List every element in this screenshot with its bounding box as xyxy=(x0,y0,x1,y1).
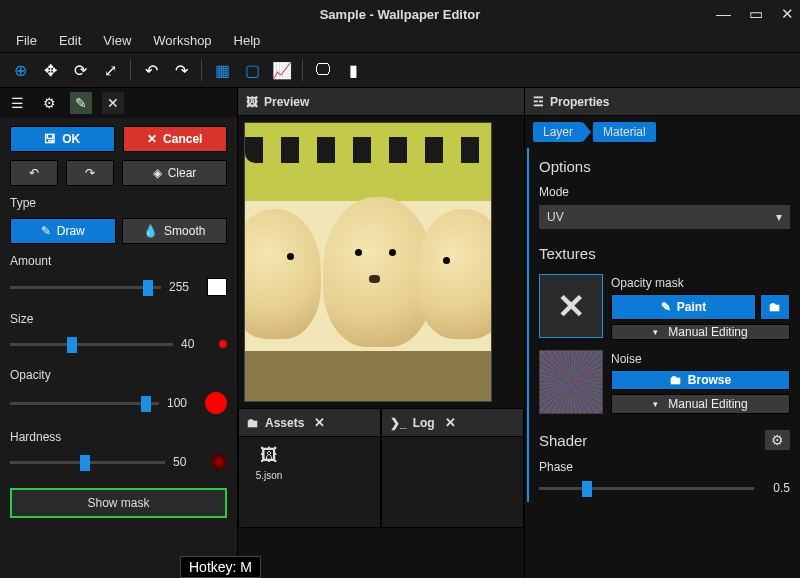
close-icon: ✕ xyxy=(147,132,157,146)
caret-down-icon: ▾ xyxy=(653,399,658,409)
maximize-button[interactable]: ▭ xyxy=(749,5,763,23)
type-label: Type xyxy=(10,196,227,210)
amount-value: 255 xyxy=(169,280,199,294)
opacity-preview-dot xyxy=(205,392,227,414)
browse-button[interactable]: 🖿Browse xyxy=(611,370,790,390)
opacity-slider[interactable] xyxy=(10,395,159,411)
hardness-label: Hardness xyxy=(10,430,227,444)
menubar: File Edit View Workshop Help xyxy=(0,28,800,52)
undo-icon[interactable]: ↶ xyxy=(137,56,165,84)
noise-label: Noise xyxy=(611,352,790,366)
caret-down-icon: ▾ xyxy=(653,327,658,337)
amount-slider[interactable] xyxy=(10,279,161,295)
monitor-icon[interactable]: 🖵 xyxy=(309,56,337,84)
hotkey-tooltip: Hotkey: M xyxy=(180,556,261,578)
file-icon: 🖼 xyxy=(260,445,278,466)
preview-canvas[interactable] xyxy=(244,122,492,402)
mode-select[interactable]: UV▾ xyxy=(539,205,790,229)
manual-editing-noise-button[interactable]: ▾Manual Editing xyxy=(611,394,790,414)
hardness-value: 50 xyxy=(173,455,203,469)
move-icon[interactable]: ✥ xyxy=(36,56,64,84)
close-button[interactable]: ✕ xyxy=(781,5,794,23)
rect-icon[interactable]: ▢ xyxy=(238,56,266,84)
ok-button[interactable]: 🖫OK xyxy=(10,126,115,152)
folder-open-icon: 🖿 xyxy=(670,373,682,387)
properties-panel: ☲Properties Layer Material Options Mode … xyxy=(525,88,800,578)
menu-file[interactable]: File xyxy=(6,31,47,50)
redo-icon[interactable]: ↷ xyxy=(167,56,195,84)
paint-button[interactable]: ✎Paint xyxy=(611,294,756,320)
manual-editing-button[interactable]: ▾Manual Editing xyxy=(611,324,790,340)
opacity-mask-label: Opacity mask xyxy=(611,276,790,290)
target-icon[interactable]: ⊕ xyxy=(6,56,34,84)
phone-icon[interactable]: ▮ xyxy=(339,56,367,84)
settings-tab-icon[interactable]: ⚙ xyxy=(38,92,60,114)
opacity-mask-thumb[interactable]: ✕ xyxy=(539,274,603,338)
menu-view[interactable]: View xyxy=(93,31,141,50)
undo-button[interactable]: ↶ xyxy=(10,160,58,186)
close-tab-icon[interactable]: ✕ xyxy=(102,92,124,114)
draw-button[interactable]: ✎Draw xyxy=(10,218,116,244)
left-panel: ☰ ⚙ ✎ ✕ 🖫OK ✕Cancel ↶ ↷ ◈Clear Type ✎Dra… xyxy=(0,88,238,578)
brush-icon: ✎ xyxy=(661,300,671,314)
menu-workshop[interactable]: Workshop xyxy=(143,31,221,50)
expand-icon[interactable]: ⤢ xyxy=(96,56,124,84)
menu-edit[interactable]: Edit xyxy=(49,31,91,50)
color-swatch[interactable] xyxy=(207,278,227,296)
noise-thumb[interactable] xyxy=(539,350,603,414)
toolbar: ⊕ ✥ ⟳ ⤢ ↶ ↷ ▦ ▢ 📈 🖵 ▮ xyxy=(0,52,800,88)
layers-tab-icon[interactable]: ☰ xyxy=(6,92,28,114)
size-label: Size xyxy=(10,312,227,326)
window-title: Sample - Wallpaper Editor xyxy=(320,7,481,22)
redo-button[interactable]: ↷ xyxy=(66,160,114,186)
folder-button[interactable]: 🖿 xyxy=(760,294,790,320)
asset-item[interactable]: 🖼 5.json xyxy=(239,437,299,489)
size-preview-dot xyxy=(219,340,227,348)
minimize-button[interactable]: — xyxy=(716,5,731,23)
options-title: Options xyxy=(539,158,790,175)
folder-icon: 🖿 xyxy=(247,416,259,430)
close-log-icon[interactable]: ✕ xyxy=(445,415,456,430)
grid-icon[interactable]: ▦ xyxy=(208,56,236,84)
image-icon: 🖼 xyxy=(246,95,258,109)
pencil-icon: ✎ xyxy=(41,224,51,238)
hardness-preview-dot xyxy=(211,454,227,470)
asset-label: 5.json xyxy=(256,470,283,481)
mode-label: Mode xyxy=(539,185,790,199)
phase-label: Phase xyxy=(539,460,790,474)
chevron-down-icon: ▾ xyxy=(776,210,782,224)
eraser-icon: ◈ xyxy=(153,166,162,180)
breadcrumb-material[interactable]: Material xyxy=(593,122,656,142)
textures-title: Textures xyxy=(539,245,790,262)
cancel-button[interactable]: ✕Cancel xyxy=(123,126,228,152)
show-mask-button[interactable]: Show mask xyxy=(10,488,227,518)
preview-header: 🖼 Preview xyxy=(238,88,524,116)
drop-icon: 💧 xyxy=(143,224,158,238)
gear-icon[interactable]: ⚙ xyxy=(765,430,790,450)
list-icon: ☲ xyxy=(533,95,544,109)
center-panel: 🖼 Preview 🖿Assets✕ 🖼 5.json ❯_Log✕ xyxy=(238,88,525,578)
graph-icon[interactable]: 📈 xyxy=(268,56,296,84)
amount-label: Amount xyxy=(10,254,227,268)
phase-slider[interactable] xyxy=(539,480,754,496)
hardness-slider[interactable] xyxy=(10,454,165,470)
size-slider[interactable] xyxy=(10,336,173,352)
smooth-button[interactable]: 💧Smooth xyxy=(122,218,228,244)
breadcrumb-layer[interactable]: Layer xyxy=(533,122,583,142)
brush-tab-icon[interactable]: ✎ xyxy=(70,92,92,114)
folder-open-icon: 🖿 xyxy=(769,300,781,314)
clear-button[interactable]: ◈Clear xyxy=(122,160,227,186)
opacity-value: 100 xyxy=(167,396,197,410)
terminal-icon: ❯_ xyxy=(390,416,407,430)
refresh-icon[interactable]: ⟳ xyxy=(66,56,94,84)
menu-help[interactable]: Help xyxy=(224,31,271,50)
opacity-label: Opacity xyxy=(10,368,227,382)
shader-title: Shader xyxy=(539,432,587,449)
phase-value: 0.5 xyxy=(760,481,790,495)
assets-panel: 🖿Assets✕ 🖼 5.json xyxy=(238,408,381,528)
save-icon: 🖫 xyxy=(44,132,56,146)
log-panel: ❯_Log✕ xyxy=(381,408,524,528)
titlebar: Sample - Wallpaper Editor — ▭ ✕ xyxy=(0,0,800,28)
size-value: 40 xyxy=(181,337,211,351)
close-assets-icon[interactable]: ✕ xyxy=(314,415,325,430)
